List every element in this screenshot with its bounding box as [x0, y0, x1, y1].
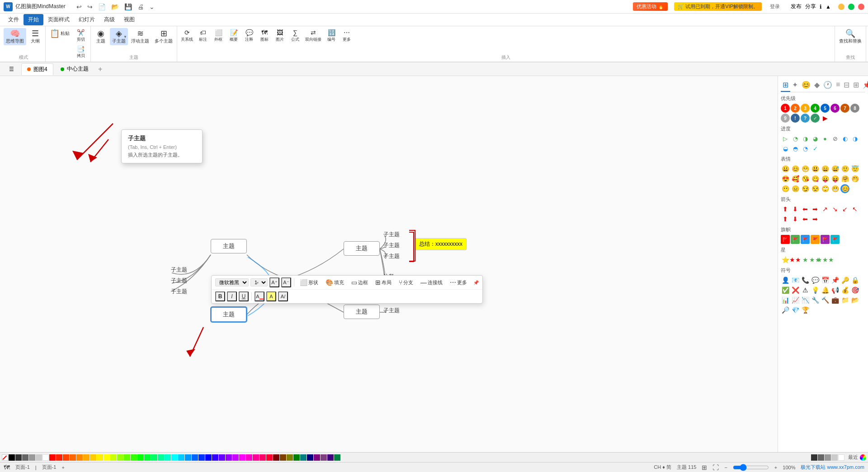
swatch-dk2[interactable] — [280, 454, 286, 461]
star-2[interactable]: ★★ — [791, 255, 800, 264]
prog-8[interactable]: ◒ — [781, 144, 790, 153]
emotion-13[interactable]: 😛 — [821, 174, 830, 183]
swatch-g2[interactable] — [117, 454, 123, 461]
login-button[interactable]: 登录 — [770, 3, 780, 10]
flag-4[interactable]: 🚩 — [811, 235, 820, 244]
more-group[interactable]: ⋯ 更多 — [447, 278, 470, 287]
undo-icon[interactable]: ↩ — [75, 2, 84, 11]
page-view-icon[interactable]: 🗺 — [4, 464, 10, 471]
panel-tab-clock[interactable]: 🕐 — [821, 79, 834, 92]
bidirectional-button[interactable]: ⇄ 双向链接 — [303, 28, 323, 43]
swatch-g7[interactable] — [151, 454, 157, 461]
arrow-7[interactable]: ↙ — [840, 205, 849, 214]
sym-24[interactable]: 📂 — [850, 296, 859, 305]
arrow-11[interactable]: ⬅ — [801, 215, 810, 224]
print-icon[interactable]: 🖨 — [136, 2, 146, 11]
more-insert-button[interactable]: ⋯ 更多 — [340, 28, 354, 43]
swatch-dk10[interactable] — [334, 454, 340, 461]
sym-6[interactable]: 📌 — [830, 276, 840, 285]
swatch-r2[interactable] — [56, 454, 62, 461]
prog-10[interactable]: ◔ — [801, 144, 810, 153]
swatch-b3[interactable] — [226, 454, 232, 461]
emotion-14[interactable]: 😝 — [830, 174, 840, 183]
priority-icon-9[interactable]: 9 — [781, 114, 790, 123]
swatch-d1[interactable] — [15, 454, 22, 461]
underline-button[interactable]: U — [239, 291, 249, 301]
sym-9[interactable]: ✅ — [781, 286, 790, 295]
picture-button[interactable]: 🖼 图片 — [273, 28, 287, 43]
prog-0[interactable]: ▷ — [781, 134, 790, 143]
recent-4[interactable] — [831, 454, 838, 461]
panel-tab-grid-view[interactable]: ⊟ — [842, 79, 851, 92]
priority-icon-2[interactable]: 2 — [791, 104, 800, 113]
fill-group[interactable]: 🎨 填充 — [323, 278, 347, 287]
info-icon[interactable]: ℹ — [820, 4, 822, 10]
swatch-m4[interactable] — [266, 454, 273, 461]
swatch-dk7[interactable] — [314, 454, 320, 461]
sym-4[interactable]: 💬 — [811, 276, 820, 285]
summary-button[interactable]: 📝 概要 — [226, 28, 241, 43]
comment-button[interactable]: 💬 注释 — [242, 28, 256, 43]
emotion-10[interactable]: 🥰 — [791, 174, 800, 183]
prog-6[interactable]: ◐ — [840, 134, 849, 143]
arrow-6[interactable]: ↘ — [830, 205, 840, 214]
flag-6[interactable]: 🚩 — [830, 235, 840, 244]
priority-icon-4[interactable]: 4 — [811, 104, 820, 113]
maximize-button[interactable] — [848, 4, 854, 10]
arrow-3[interactable]: ⬅ — [801, 205, 810, 214]
swatch-c1[interactable] — [178, 454, 184, 461]
sym-25[interactable]: 🔎 — [781, 305, 790, 315]
sym-16[interactable]: 🎯 — [850, 286, 859, 295]
italic-button[interactable]: I — [227, 291, 237, 301]
add-page-button[interactable]: + — [61, 465, 64, 470]
swatch-y2[interactable] — [90, 454, 96, 461]
mindmap-mode-button[interactable]: 🧠 思维导图 — [4, 28, 26, 45]
swatch-b2[interactable] — [219, 454, 225, 461]
zoom-out-icon[interactable]: − — [724, 465, 727, 470]
swatch-c2[interactable] — [185, 454, 191, 461]
open-icon[interactable]: 📂 — [109, 2, 121, 11]
canvas[interactable]: 主题 主题 主题 主题 子主题 子主题 子主题 子主题 — [0, 76, 778, 452]
subtopic-right-3[interactable]: 子主题 — [383, 253, 400, 260]
menu-advanced[interactable]: 高级 — [99, 14, 119, 25]
new-icon[interactable]: 📄 — [96, 2, 108, 11]
sym-10[interactable]: ❌ — [791, 286, 800, 295]
star-5[interactable]: ★★★ — [821, 255, 830, 264]
emotion-22[interactable]: 😬 — [830, 184, 840, 193]
sym-7[interactable]: 🔑 — [840, 276, 849, 285]
topic-button[interactable]: ◉ 主题 — [93, 28, 109, 45]
swatch-r3[interactable] — [63, 454, 69, 461]
arrow-5[interactable]: ↗ — [821, 205, 830, 214]
sym-26[interactable]: 💎 — [791, 305, 800, 315]
panel-tab-pin[interactable]: 📌 — [861, 79, 868, 92]
star-1[interactable]: ⭐ — [781, 255, 790, 264]
color-picker[interactable] — [860, 454, 866, 461]
swatch-white[interactable] — [42, 454, 49, 461]
subtopic-right-2[interactable]: 子主题 — [383, 242, 400, 249]
arrow-8[interactable]: ↖ — [850, 205, 859, 214]
recent-2[interactable] — [818, 454, 824, 461]
prog-3[interactable]: ◕ — [811, 134, 820, 143]
font-grow-button[interactable]: A⁺ — [269, 277, 279, 287]
swatch-c4[interactable] — [198, 454, 205, 461]
pin-icon[interactable]: 📌 — [473, 280, 479, 285]
outline-mode-button[interactable]: ☰ 大纲 — [27, 28, 43, 45]
panel-tab-expand[interactable]: ⊞ — [851, 79, 861, 92]
node-topic-2[interactable]: 主题 — [344, 241, 380, 256]
relation-button[interactable]: ⟳ 关系线 — [179, 28, 195, 43]
emotion-20[interactable]: 😒 — [811, 184, 820, 193]
sym-14[interactable]: 📢 — [830, 286, 840, 295]
zoom-slider[interactable] — [733, 464, 769, 471]
emotion-9[interactable]: 😍 — [781, 174, 790, 183]
emotion-17[interactable]: 😶 — [781, 184, 790, 193]
redo-icon[interactable]: ↪ — [85, 2, 94, 11]
subtopic-right-1[interactable]: 子主题 — [383, 231, 400, 238]
swatch-dk1[interactable] — [273, 454, 279, 461]
swatch-magenta[interactable] — [239, 454, 245, 461]
sym-2[interactable]: 📧 — [791, 276, 800, 285]
paste-button[interactable]: 📋 粘贴 — [47, 28, 72, 39]
emotion-15[interactable]: 🤗 — [840, 174, 849, 183]
swatch-g9[interactable] — [165, 454, 171, 461]
frame-button[interactable]: ⬜ 外框 — [211, 28, 226, 43]
priority-icon-3[interactable]: 3 — [801, 104, 810, 113]
